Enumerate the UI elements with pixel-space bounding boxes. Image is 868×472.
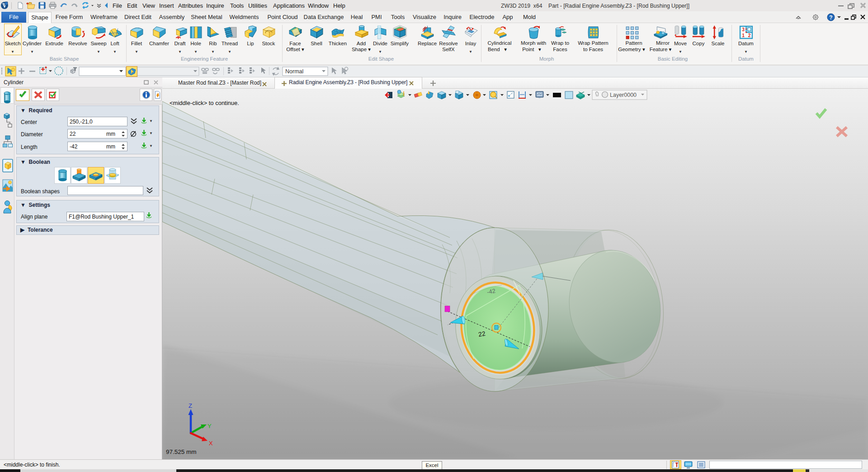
svg-text:X: X [209,440,213,447]
svg-text:Z: Z [189,402,192,409]
svg-text:1: 1 [742,33,745,38]
svg-text:<middle-click> to continue.: <middle-click> to continue. [170,100,239,106]
svg-text:Layer0000: Layer0000 [610,92,637,98]
svg-text:97.525 mm: 97.525 mm [166,448,197,455]
svg-text:Normal: Normal [285,68,303,75]
svg-text:2: 2 [748,33,751,38]
svg-text:22: 22 [478,329,486,338]
svg-text:Y: Y [208,423,212,429]
svg-text:?: ? [829,14,832,21]
svg-text:3: 3 [742,27,745,32]
